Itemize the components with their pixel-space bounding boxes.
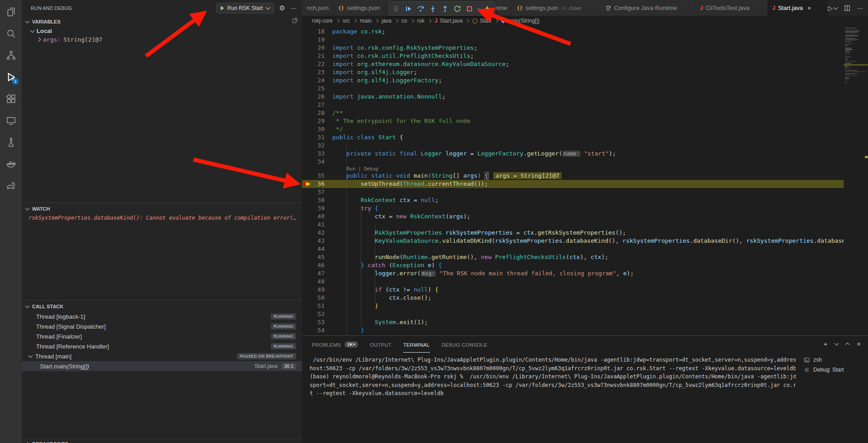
call-stack-header[interactable]: CALL STACK (22, 302, 302, 311)
breadcrumb-item[interactable]: main (360, 18, 372, 24)
variable-row[interactable]: args:String[2]@7 (22, 35, 302, 44)
code-line-29[interactable]: 29 * The entrypoint for the RSK full nod… (302, 117, 844, 125)
breakpoint-gutter[interactable] (302, 158, 312, 166)
code-line-44[interactable]: 44 (302, 245, 844, 253)
breakpoint-gutter[interactable] (302, 318, 312, 326)
breakpoint-gutter[interactable] (302, 172, 312, 180)
activity-bar-item-run-and-debug[interactable]: 1 (0, 66, 22, 88)
code-line-52[interactable]: 52 (302, 310, 844, 318)
tab-clitoolstest-java[interactable]: JCliToolsTest.java (695, 0, 768, 16)
tab-configure-java-runtime[interactable]: Configure Java Runtime (600, 0, 695, 16)
watch-header[interactable]: WATCH (22, 204, 302, 214)
breakpoint-gutter[interactable] (302, 245, 312, 253)
breakpoints-section[interactable]: BREAKPOINTS (22, 438, 302, 443)
breakpoint-gutter[interactable] (302, 326, 312, 335)
code-line-50[interactable]: 50 ctx.close(); (302, 294, 844, 302)
breakpoint-gutter[interactable] (302, 302, 312, 310)
chevron-down-icon[interactable] (476, 3, 481, 14)
code-line-46[interactable]: 46 } catch (Exception e) { (302, 261, 844, 269)
breakpoint-gutter[interactable] (302, 188, 312, 196)
code-line-53[interactable]: 53 System.exit(1); (302, 318, 844, 326)
code-editor[interactable]: 18package co.rsk;1920import co.rsk.confi… (302, 26, 868, 335)
code-line-18[interactable]: 18package co.rsk; (302, 28, 844, 36)
breakpoint-gutter[interactable] (302, 286, 312, 294)
breakpoint-gutter[interactable] (302, 204, 312, 212)
gear-icon[interactable]: ⚙ (279, 4, 285, 12)
code-line-41[interactable]: 41 (302, 221, 844, 229)
breakpoint-gutter[interactable] (302, 212, 312, 221)
breakpoint-gutter[interactable] (302, 109, 312, 117)
activity-bar-item-search[interactable] (0, 23, 22, 44)
code-line-25[interactable]: 25 (302, 85, 844, 93)
tab-start-java[interactable]: JStart.java× (768, 0, 829, 16)
minimap[interactable] (844, 26, 868, 335)
activity-bar-item-explorer[interactable] (0, 1, 22, 23)
code-line-40[interactable]: 40 ctx = new RskContext(args); (302, 212, 844, 221)
step-out-icon[interactable] (439, 3, 451, 14)
step-over-icon[interactable] (415, 3, 426, 14)
breadcrumb-item[interactable]: java (382, 18, 392, 24)
code-line-36[interactable]: 36 setUpThread(Thread.currentThread()); (302, 180, 844, 188)
terminal-output[interactable]: /usr/bin/env /Library/Internet\ Plug-Ins… (310, 356, 796, 398)
thread-row[interactable]: Thread [Signal Dispatcher]RUNNING (22, 321, 302, 331)
breakpoint-gutter[interactable] (302, 261, 312, 269)
stop-icon[interactable] (464, 3, 475, 14)
thread-row[interactable]: Thread [logback-1]RUNNING (22, 311, 302, 321)
breakpoint-gutter[interactable] (302, 237, 312, 245)
activity-bar-item-extensions[interactable] (0, 88, 22, 109)
code-line-51[interactable]: 51 } (302, 302, 844, 310)
code-line-28[interactable]: 28/** (302, 109, 844, 117)
code-line-27[interactable]: 27 (302, 101, 844, 109)
code-line-19[interactable]: 19 (302, 36, 844, 44)
breakpoint-gutter[interactable] (302, 221, 312, 229)
maximize-panel-icon[interactable] (845, 342, 850, 347)
code-line-39[interactable]: 39 try { (302, 204, 844, 212)
lightning-icon[interactable] (481, 3, 493, 14)
watch-expression[interactable]: rskSystemProperties.databaseKind(): Cann… (22, 214, 302, 222)
code-line-54[interactable]: 54 } (302, 326, 844, 335)
thread-row[interactable]: Thread [Reference Handler]RUNNING (22, 341, 302, 351)
code-line-43[interactable]: 43 KeyValueDataSource.validateDbKind(rsk… (302, 237, 844, 245)
breakpoint-gutter[interactable] (302, 253, 312, 261)
code-line-45[interactable]: 45 runNode(Runtime.getRuntime(), new Pre… (302, 253, 844, 261)
panel-tab-output[interactable]: OUTPUT (370, 336, 392, 353)
terminal-list-item-debug-start[interactable]: Debug: Start (800, 365, 866, 375)
variables-header[interactable]: VARIABLES (22, 17, 302, 27)
copy-pages-icon[interactable] (292, 17, 298, 25)
code-line-34[interactable]: 34 (302, 158, 844, 166)
variables-scope-local[interactable]: Local (22, 27, 302, 35)
breadcrumb-item[interactable]: src (343, 18, 350, 24)
activity-bar-item-source-control[interactable] (0, 44, 22, 66)
stack-frame-row[interactable]: Start.main(String[])Start.java36:1 (22, 361, 302, 371)
activity-bar-item-docker[interactable] (0, 153, 22, 174)
code-line-24[interactable]: 24import org.slf4j.LoggerFactory; (302, 76, 844, 85)
breakpoint-gutter[interactable] (302, 125, 312, 133)
split-editor-icon[interactable] (844, 5, 850, 11)
thread-row[interactable]: Thread [main]PAUSED ON BREAKPOINT (22, 351, 302, 361)
code-line-22[interactable]: 22import org.ethereum.datasource.KeyValu… (302, 60, 844, 68)
breakpoint-current-icon[interactable] (302, 180, 312, 188)
tab-settings-json[interactable]: {}settings.json~/.../User (512, 0, 600, 16)
panel-tab-problems[interactable]: PROBLEMS1K+ (312, 336, 358, 353)
breakpoint-gutter[interactable] (302, 85, 312, 93)
breadcrumb-item[interactable]: rsk (417, 18, 425, 24)
breakpoint-gutter[interactable] (302, 60, 312, 68)
launch-config-button[interactable]: Run RSK Start (216, 3, 274, 14)
restart-icon[interactable] (452, 3, 463, 14)
code-line-31[interactable]: 31public class Start { (302, 133, 844, 141)
code-area[interactable]: 18package co.rsk;1920import co.rsk.confi… (302, 28, 844, 335)
continue-icon[interactable] (403, 3, 414, 14)
code-line-30[interactable]: 30 */ (302, 125, 844, 133)
code-line-48[interactable]: 48 (302, 278, 844, 286)
code-line-20[interactable]: 20import co.rsk.config.RskSystemProperti… (302, 44, 844, 52)
activity-bar-item-gradle[interactable] (0, 174, 22, 196)
thread-row[interactable]: Thread [Finalizer]RUNNING (22, 331, 302, 341)
breakpoint-gutter[interactable] (302, 36, 312, 44)
run-file-button[interactable]: ▷ (828, 5, 837, 12)
code-line-49[interactable]: 49 if (ctx != null) { (302, 286, 844, 294)
new-terminal-button[interactable]: + (823, 340, 827, 348)
breadcrumb-item[interactable]: co (401, 18, 407, 24)
code-line-32[interactable]: 32 (302, 141, 844, 150)
tab-nch-json[interactable]: nch.json (302, 0, 334, 16)
activity-bar-item-remote-explorer[interactable] (0, 109, 22, 131)
